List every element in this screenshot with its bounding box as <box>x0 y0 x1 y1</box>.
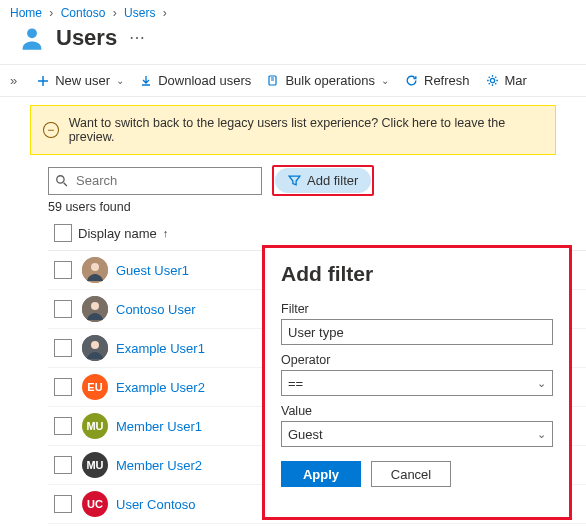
user-link[interactable]: Contoso User <box>116 302 195 317</box>
user-link[interactable]: Member User2 <box>116 458 202 473</box>
user-link[interactable]: Guest User1 <box>116 263 189 278</box>
row-checkbox[interactable] <box>54 339 72 357</box>
user-link[interactable]: Example User1 <box>116 341 205 356</box>
operator-label: Operator <box>281 353 553 367</box>
legacy-banner[interactable]: − Want to switch back to the legacy user… <box>30 105 556 155</box>
expand-icon[interactable]: » <box>6 73 21 88</box>
svg-point-7 <box>91 302 99 310</box>
avatar <box>82 296 108 322</box>
manage-button[interactable]: Mar <box>486 73 527 88</box>
breadcrumb-users[interactable]: Users <box>124 6 155 20</box>
breadcrumb-home[interactable]: Home <box>10 6 42 20</box>
svg-point-0 <box>27 28 37 38</box>
refresh-button[interactable]: Refresh <box>405 73 470 88</box>
breadcrumb: Home › Contoso › Users › <box>0 0 586 22</box>
row-checkbox[interactable] <box>54 261 72 279</box>
chevron-down-icon: ⌄ <box>116 75 124 86</box>
users-icon <box>18 24 46 52</box>
more-icon[interactable]: ⋯ <box>129 30 145 46</box>
avatar <box>82 335 108 361</box>
avatar: MU <box>82 452 108 478</box>
bulk-operations-button[interactable]: Bulk operations ⌄ <box>267 73 389 88</box>
download-users-button[interactable]: Download users <box>140 73 251 88</box>
value-select[interactable]: Guest⌄ <box>281 421 553 447</box>
row-checkbox[interactable] <box>54 495 72 513</box>
plus-icon <box>37 75 49 87</box>
svg-point-3 <box>57 176 64 183</box>
operator-select[interactable]: ==⌄ <box>281 370 553 396</box>
chevron-down-icon: ⌄ <box>537 428 546 441</box>
toolbar: » New user ⌄ Download users Bulk operati… <box>0 64 586 97</box>
search-input[interactable] <box>48 167 262 195</box>
chevron-down-icon: ⌄ <box>381 75 389 86</box>
gear-icon <box>486 74 499 87</box>
user-link[interactable]: User Contoso <box>116 497 195 512</box>
filter-icon <box>288 174 301 187</box>
info-icon: − <box>43 122 59 138</box>
apply-button[interactable]: Apply <box>281 461 361 487</box>
column-display-name[interactable]: Display name↑ <box>78 226 168 241</box>
banner-text: Want to switch back to the legacy users … <box>69 116 543 144</box>
new-user-button[interactable]: New user ⌄ <box>37 73 124 88</box>
select-all-checkbox[interactable] <box>54 224 72 242</box>
row-checkbox[interactable] <box>54 456 72 474</box>
avatar <box>82 257 108 283</box>
svg-point-9 <box>91 341 99 349</box>
svg-point-5 <box>91 263 99 271</box>
add-filter-button[interactable]: Add filter <box>275 168 371 193</box>
panel-title: Add filter <box>281 262 553 286</box>
filter-label: Filter <box>281 302 553 316</box>
cancel-button[interactable]: Cancel <box>371 461 451 487</box>
refresh-icon <box>405 74 418 87</box>
row-checkbox[interactable] <box>54 378 72 396</box>
breadcrumb-contoso[interactable]: Contoso <box>61 6 106 20</box>
page-title: Users <box>56 25 117 51</box>
value-label: Value <box>281 404 553 418</box>
user-link[interactable]: Example User2 <box>116 380 205 395</box>
download-icon <box>140 75 152 87</box>
result-count: 59 users found <box>48 200 586 214</box>
chevron-down-icon: ⌄ <box>537 377 546 390</box>
search-field[interactable] <box>74 172 255 189</box>
avatar: MU <box>82 413 108 439</box>
row-checkbox[interactable] <box>54 300 72 318</box>
sort-asc-icon: ↑ <box>163 227 169 239</box>
avatar: UC <box>82 491 108 517</box>
bulk-icon <box>267 75 279 87</box>
filter-field[interactable]: User type <box>281 319 553 345</box>
row-checkbox[interactable] <box>54 417 72 435</box>
table-row[interactable]: UCUser2 Contoso <box>48 524 586 530</box>
user-link[interactable]: Member User1 <box>116 419 202 434</box>
add-filter-panel: Add filter Filter User type Operator ==⌄… <box>262 245 572 520</box>
svg-point-2 <box>490 78 494 82</box>
avatar: EU <box>82 374 108 400</box>
search-icon <box>55 174 68 187</box>
